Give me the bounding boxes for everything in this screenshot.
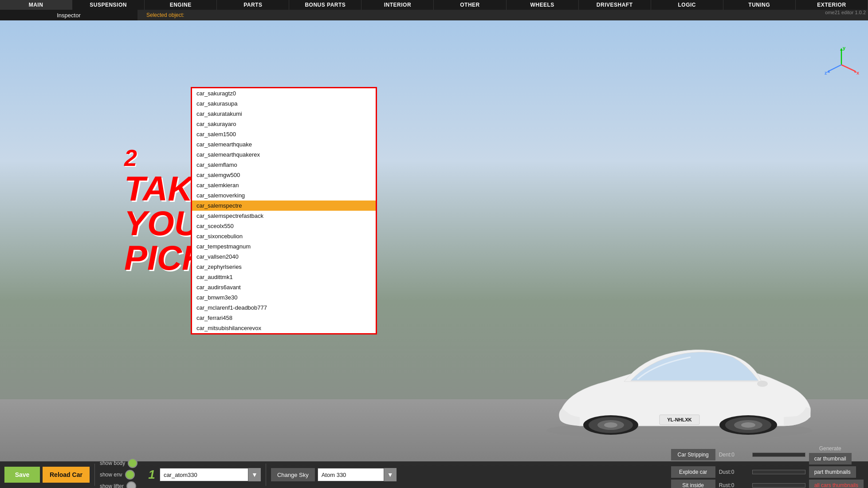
- car-list-item[interactable]: car_vallsen2040: [192, 252, 376, 262]
- explode-car-button[interactable]: Explode car: [671, 466, 715, 478]
- svg-text:YL-NHLXK: YL-NHLXK: [667, 417, 692, 422]
- car-list-item[interactable]: car_ferrari458: [192, 313, 376, 323]
- car-area: YL-NHLXK: [513, 266, 824, 444]
- rust-slider[interactable]: [752, 483, 805, 488]
- svg-text:y: y: [843, 47, 846, 51]
- all-cars-thumbnails-button[interactable]: all cars thumbnails: [809, 480, 864, 488]
- show-body-toggle[interactable]: [128, 458, 137, 468]
- svg-line-6: [841, 65, 856, 71]
- inspector-bar: Inspector: [0, 10, 137, 20]
- generate-title: Generate: [809, 445, 852, 452]
- car-list-item[interactable]: car_bmwm3e30: [192, 292, 376, 303]
- sit-inside-button[interactable]: Sit inside: [671, 480, 715, 488]
- menu-driveshaft[interactable]: DRIVESHAFT: [579, 0, 651, 10]
- car-list-item[interactable]: car_sixoncebulion: [192, 231, 376, 241]
- car-stripping-button[interactable]: Car Stripping: [671, 449, 715, 460]
- car-list-item[interactable]: car_salemearthquake: [192, 139, 376, 150]
- car-list-dropdown: car_sakuragtz0car_sakurasupacar_sakurata…: [191, 87, 377, 335]
- svg-point-17: [741, 422, 755, 428]
- row-car-stripping: Car Stripping Dent:0 Generate car thumbn…: [671, 445, 864, 464]
- menu-interior[interactable]: INTERIOR: [361, 0, 434, 10]
- car-list-item[interactable]: car_mclarenf1-deadbob777: [192, 303, 376, 313]
- menu-tuning[interactable]: TUNING: [723, 0, 796, 10]
- svg-text:z: z: [825, 70, 827, 75]
- viewport: y z x 2 TAKE YOUR PICK!: [0, 20, 868, 488]
- car-list-item[interactable]: car_sakuratakumi: [192, 109, 376, 119]
- sky-select-input[interactable]: Atom 330: [318, 468, 384, 481]
- change-sky-button[interactable]: Change Sky: [271, 468, 315, 481]
- car-list-item[interactable]: car_tempestmagnum: [192, 241, 376, 252]
- dent-slider[interactable]: [752, 453, 805, 457]
- row-sit-inside: Sit inside Rust:0 all cars thumbnails: [671, 480, 864, 488]
- sky-select-wrapper: Atom 330 ▼: [318, 468, 397, 481]
- menu-parts[interactable]: PARTS: [217, 0, 289, 10]
- car-thumbnail-button[interactable]: car thumbnail: [809, 453, 852, 464]
- car-list-item[interactable]: car_sceolx550: [192, 221, 376, 231]
- car-list-scroll[interactable]: car_sakuragtz0car_sakurasupacar_sakurata…: [192, 88, 376, 333]
- show-controls: show body show env show lifter: [100, 458, 142, 488]
- dust-slider-container: Dust:0: [719, 469, 805, 475]
- bottom-section: Save Reload Car show body show env show …: [4, 461, 864, 488]
- car-select-input[interactable]: car_atom330: [160, 468, 248, 481]
- menu-suspension[interactable]: SUSPENSION: [72, 0, 145, 10]
- car-list-item[interactable]: car_mitsubishilancerevox: [192, 323, 376, 333]
- axis-indicator: y z x: [824, 47, 859, 83]
- row-explode: Explode car Dust:0 part thumbnails: [671, 466, 864, 478]
- rust-label: Rust:0: [719, 482, 750, 488]
- right-buttons-group: Car Stripping Dent:0 Generate car thumbn…: [671, 445, 864, 488]
- divider-1: [94, 464, 95, 486]
- show-lifter-label: show lifter: [100, 483, 124, 488]
- show-lifter-toggle[interactable]: [126, 481, 136, 488]
- version-text: ome21 editor 1.0.2: [825, 10, 866, 15]
- svg-point-13: [604, 422, 617, 428]
- menu-bonus-parts[interactable]: BONUS PARTS: [289, 0, 361, 10]
- car-list-item[interactable]: car_audirs6avant: [192, 282, 376, 292]
- show-body-row: show body: [100, 458, 142, 468]
- step-1-indicator: 1: [148, 468, 155, 482]
- car-select-dropdown-arrow[interactable]: ▼: [248, 468, 261, 481]
- menu-logic[interactable]: LOGIC: [651, 0, 723, 10]
- menu-engine[interactable]: ENGINE: [145, 0, 217, 10]
- car-list-item[interactable]: car_salemearthquakerex: [192, 150, 376, 160]
- reload-car-button[interactable]: Reload Car: [43, 467, 90, 483]
- car-list-item[interactable]: car_zephyrlseries: [192, 262, 376, 272]
- show-lifter-row: show lifter: [100, 481, 142, 488]
- dent-label: Dent:0: [719, 452, 750, 458]
- save-button[interactable]: Save: [4, 467, 40, 483]
- car-list-item[interactable]: car_sakurayaro: [192, 119, 376, 129]
- car-svg: YL-NHLXK: [535, 302, 824, 444]
- car-list-item[interactable]: car_salemflamo: [192, 160, 376, 170]
- bottom-bar: Save Reload Car show body show env show …: [0, 461, 868, 488]
- svg-point-20: [757, 381, 768, 387]
- car-list-item[interactable]: car_sakurasupa: [192, 98, 376, 109]
- rust-slider-container: Rust:0: [719, 482, 805, 488]
- menu-exterior[interactable]: EXTERIOR: [796, 0, 868, 10]
- part-thumbnails-button[interactable]: part thumbnails: [809, 466, 856, 478]
- menu-other[interactable]: OTHER: [434, 0, 506, 10]
- car-list-item[interactable]: car_audittmk1: [192, 272, 376, 282]
- car-list-item[interactable]: car_salemspectrefastback: [192, 211, 376, 221]
- selected-object-bar: Selected object:: [137, 10, 868, 20]
- car-list-item[interactable]: car_salemkieran: [192, 180, 376, 190]
- inspector-label: Inspector: [57, 12, 80, 19]
- show-env-toggle[interactable]: [125, 470, 135, 480]
- car-list-item[interactable]: car_salemgw500: [192, 170, 376, 180]
- menu-main[interactable]: MAIN: [0, 0, 72, 10]
- car-list-item[interactable]: car_salemoverking: [192, 190, 376, 201]
- car-list-item[interactable]: car_salemspectre: [192, 201, 376, 211]
- show-env-label: show env: [100, 472, 122, 478]
- car-list-item[interactable]: car_sakuragtz0: [192, 88, 376, 98]
- dent-slider-container: Dent:0: [719, 452, 805, 458]
- car-select-wrapper: car_atom330 ▼: [160, 468, 261, 481]
- sky-select-dropdown-arrow[interactable]: ▼: [384, 468, 397, 481]
- dust-slider[interactable]: [752, 470, 805, 474]
- divider-2: [266, 464, 266, 486]
- selected-object-label: Selected object:: [146, 12, 184, 18]
- svg-line-3: [828, 65, 841, 71]
- car-list-item[interactable]: car_salem1500: [192, 129, 376, 139]
- svg-text:x: x: [856, 70, 859, 75]
- generate-group: Generate car thumbnail: [809, 445, 852, 464]
- menu-wheels[interactable]: WHEELS: [507, 0, 579, 10]
- show-env-row: show env: [100, 470, 142, 480]
- top-menu-bar: MAIN SUSPENSION ENGINE PARTS BONUS PARTS…: [0, 0, 868, 10]
